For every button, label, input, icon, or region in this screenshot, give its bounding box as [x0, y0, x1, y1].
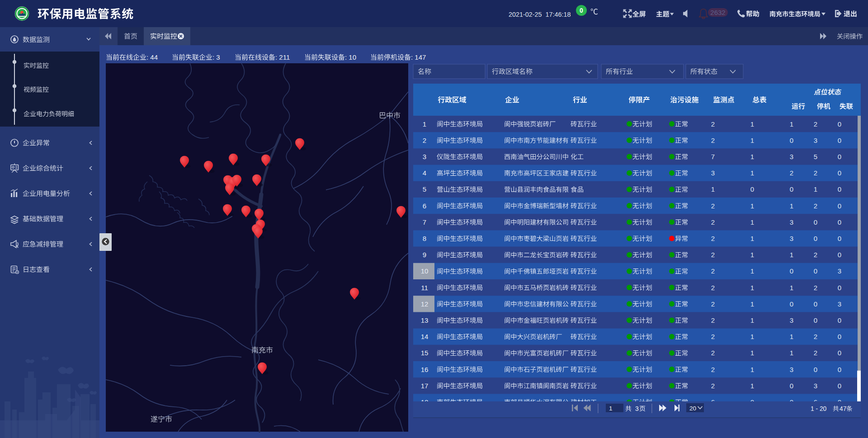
svg-text:1: 1: [750, 251, 754, 259]
svg-text:2: 2: [711, 137, 715, 144]
svg-text:20: 20: [689, 405, 696, 412]
svg-text:0: 0: [838, 366, 841, 373]
svg-text:0: 0: [790, 300, 793, 308]
svg-text:2021-02-25 17:46:18: 2021-02-25 17:46:18: [509, 11, 571, 18]
svg-text:1: 1: [750, 153, 754, 160]
svg-text:1: 1: [790, 251, 793, 259]
svg-text:2: 2: [711, 300, 715, 308]
svg-text:11: 11: [421, 284, 428, 292]
svg-text:0: 0: [838, 137, 841, 144]
svg-text:0: 0: [838, 218, 841, 226]
svg-text:7: 7: [711, 153, 715, 160]
svg-text:2: 2: [711, 382, 715, 390]
svg-text:3: 3: [814, 382, 817, 390]
svg-text:0: 0: [814, 267, 817, 275]
svg-text:: 3: : 3: [212, 53, 220, 61]
svg-text:0: 0: [790, 137, 793, 144]
svg-text:2: 2: [711, 235, 715, 242]
svg-text:3: 3: [711, 169, 715, 177]
svg-text:2: 2: [423, 137, 426, 144]
svg-text:1: 1: [711, 185, 715, 193]
svg-text:2: 2: [814, 333, 817, 340]
svg-text:47: 47: [840, 405, 846, 412]
svg-text:0: 0: [814, 316, 817, 324]
svg-text:2: 2: [711, 333, 715, 340]
svg-text:3: 3: [838, 267, 841, 275]
svg-text:2: 2: [711, 316, 715, 324]
svg-text:2: 2: [711, 120, 715, 128]
svg-text:3: 3: [423, 153, 426, 160]
svg-text:0: 0: [814, 218, 817, 226]
svg-text:1: 1: [750, 137, 754, 144]
svg-text:0: 0: [790, 382, 793, 390]
svg-text:0: 0: [790, 267, 793, 275]
svg-text:2: 2: [711, 202, 715, 210]
svg-text:1: 1: [750, 366, 754, 373]
svg-text:1: 1: [790, 349, 793, 357]
svg-text:1: 1: [750, 267, 754, 275]
svg-text:1: 1: [750, 169, 754, 177]
svg-text:2: 2: [814, 169, 817, 177]
svg-text:0: 0: [838, 202, 841, 210]
svg-text:2: 2: [711, 267, 715, 275]
svg-text:1: 1: [790, 333, 793, 340]
svg-text:7: 7: [423, 218, 426, 226]
svg-text:0: 0: [838, 169, 841, 177]
svg-text:3: 3: [814, 137, 817, 144]
svg-text:2: 2: [711, 284, 715, 292]
svg-text:2632: 2632: [710, 9, 725, 16]
svg-text:1: 1: [750, 316, 754, 324]
svg-text:3: 3: [790, 235, 793, 242]
svg-text:: 211: : 211: [275, 53, 290, 61]
svg-text:1: 1: [750, 284, 754, 292]
svg-text:2: 2: [814, 251, 817, 259]
svg-text:1: 1: [750, 333, 754, 340]
svg-text:5: 5: [423, 185, 426, 193]
svg-text:14: 14: [421, 333, 429, 340]
svg-text:1: 1: [790, 284, 793, 292]
svg-text:0: 0: [814, 366, 817, 373]
svg-text:13: 13: [421, 316, 429, 324]
svg-text:1: 1: [423, 120, 426, 128]
svg-text:2: 2: [814, 284, 817, 292]
svg-text:1: 1: [814, 185, 817, 193]
svg-text:1: 1: [790, 120, 793, 128]
svg-text:15: 15: [421, 349, 429, 357]
svg-text:0: 0: [838, 251, 841, 259]
svg-text:0: 0: [814, 235, 817, 242]
svg-text:3: 3: [790, 366, 793, 373]
svg-text:2: 2: [790, 169, 793, 177]
svg-text:0: 0: [814, 300, 817, 308]
svg-text:1: 1: [750, 120, 754, 128]
svg-text:3: 3: [635, 405, 639, 412]
svg-text:1: 1: [750, 300, 754, 308]
svg-text:0: 0: [790, 185, 793, 193]
svg-text:8: 8: [423, 235, 426, 242]
svg-text:1: 1: [609, 405, 613, 412]
svg-text:2: 2: [711, 349, 715, 357]
svg-text:: 44: : 44: [146, 53, 158, 61]
svg-text:1: 1: [750, 382, 754, 390]
svg-text:2: 2: [814, 202, 817, 210]
svg-text:0: 0: [838, 349, 841, 357]
svg-text:9: 9: [423, 251, 426, 259]
svg-text:0: 0: [838, 120, 841, 128]
svg-text:2: 2: [814, 349, 817, 357]
svg-text:0: 0: [838, 185, 841, 193]
svg-text:2: 2: [711, 218, 715, 226]
svg-text:: 10: : 10: [345, 53, 356, 61]
svg-text:1: 1: [750, 202, 754, 210]
svg-text:3: 3: [790, 153, 793, 160]
svg-text:3: 3: [790, 316, 793, 324]
svg-text:0: 0: [838, 316, 841, 324]
svg-text:10: 10: [421, 267, 429, 275]
svg-text:0: 0: [838, 333, 841, 340]
svg-text:0: 0: [838, 153, 841, 160]
svg-text:0: 0: [838, 235, 841, 242]
svg-text:0: 0: [580, 7, 583, 14]
svg-text:1 - 20: 1 - 20: [811, 405, 827, 412]
svg-text:0: 0: [838, 382, 841, 390]
svg-text:3: 3: [790, 218, 793, 226]
svg-text:2: 2: [711, 251, 715, 259]
svg-text:6: 6: [423, 202, 426, 210]
